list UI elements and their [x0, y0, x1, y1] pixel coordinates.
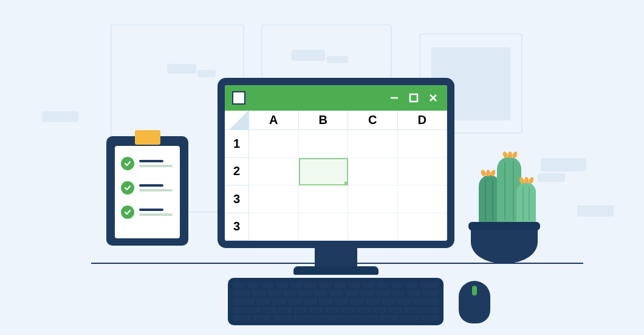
cell-c4[interactable] — [348, 213, 398, 241]
cell-a4[interactable] — [249, 213, 299, 241]
bg-block — [538, 173, 565, 182]
checkmark-icon — [121, 205, 134, 219]
clipboard — [106, 136, 188, 246]
minimize-button[interactable] — [388, 91, 401, 105]
bg-block — [42, 111, 78, 122]
mouse — [459, 281, 490, 323]
cell-c3[interactable] — [348, 185, 398, 213]
cell-b2[interactable] — [299, 158, 349, 186]
select-all-corner[interactable] — [225, 111, 249, 130]
flower-icon — [503, 151, 517, 158]
cell-b1[interactable] — [299, 130, 349, 158]
bg-block — [577, 205, 614, 216]
keyboard — [228, 278, 444, 325]
close-button[interactable] — [426, 91, 440, 105]
checklist-item — [121, 205, 174, 219]
cell-c2[interactable] — [348, 158, 398, 186]
cell-d3[interactable] — [398, 185, 448, 213]
monitor: A B C D 1 2 3 3 — [218, 78, 454, 248]
bg-block — [292, 50, 325, 61]
window-titlebar — [225, 85, 447, 111]
cell-d1[interactable] — [398, 130, 448, 158]
bg-block — [541, 158, 586, 171]
checklist-item — [121, 181, 174, 195]
column-header-d[interactable]: D — [398, 111, 448, 130]
cell-a3[interactable] — [249, 185, 299, 213]
plant-pot — [471, 222, 538, 263]
row-header-4[interactable]: 3 — [225, 213, 249, 241]
cactus — [516, 182, 536, 225]
checkmark-icon — [121, 181, 134, 195]
cell-c1[interactable] — [348, 130, 398, 158]
maximize-button[interactable] — [407, 91, 420, 105]
cell-d4[interactable] — [398, 213, 448, 241]
checkmark-icon — [121, 157, 134, 170]
flower-icon — [519, 177, 533, 184]
row-header-1[interactable]: 1 — [225, 130, 249, 158]
row-header-3[interactable]: 3 — [225, 185, 249, 213]
column-header-a[interactable]: A — [249, 111, 299, 130]
flower-icon — [481, 170, 495, 176]
clipboard-paper — [115, 146, 180, 238]
cell-a1[interactable] — [249, 130, 299, 158]
cell-b3[interactable] — [299, 185, 349, 213]
column-header-c[interactable]: C — [348, 111, 398, 130]
column-header-b[interactable]: B — [299, 111, 349, 130]
bg-panel — [261, 24, 392, 82]
row-header-2[interactable]: 2 — [225, 158, 249, 186]
bg-block — [197, 70, 216, 77]
cell-b4[interactable] — [299, 213, 349, 241]
checklist-item — [121, 157, 174, 170]
bg-block — [167, 64, 196, 74]
clipboard-clip — [135, 130, 160, 145]
cell-d2[interactable] — [398, 158, 448, 186]
monitor-base — [293, 266, 379, 275]
app-icon — [232, 91, 245, 105]
bg-block — [327, 56, 348, 63]
spreadsheet-window: A B C D 1 2 3 3 — [225, 85, 447, 241]
svg-rect-1 — [410, 94, 417, 102]
spreadsheet-grid: A B C D 1 2 3 3 — [225, 111, 447, 241]
cell-a2[interactable] — [249, 158, 299, 186]
